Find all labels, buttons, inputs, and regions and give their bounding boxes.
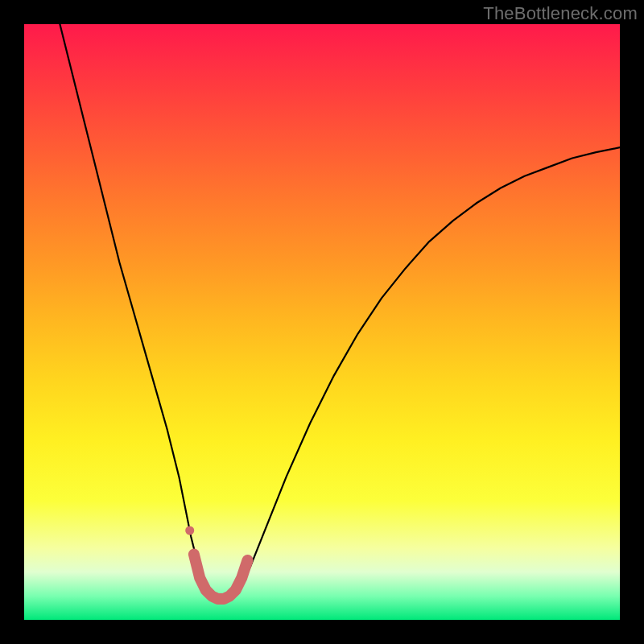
optimal-range-markers [185,526,247,600]
optimal-range-dot [185,526,194,535]
watermark-text: TheBottleneck.com [483,3,638,24]
optimal-range-path [194,555,248,600]
curve-layer [24,24,620,620]
plot-area [24,24,620,620]
chart-frame: TheBottleneck.com [0,0,644,644]
bottleneck-curve [60,24,620,599]
